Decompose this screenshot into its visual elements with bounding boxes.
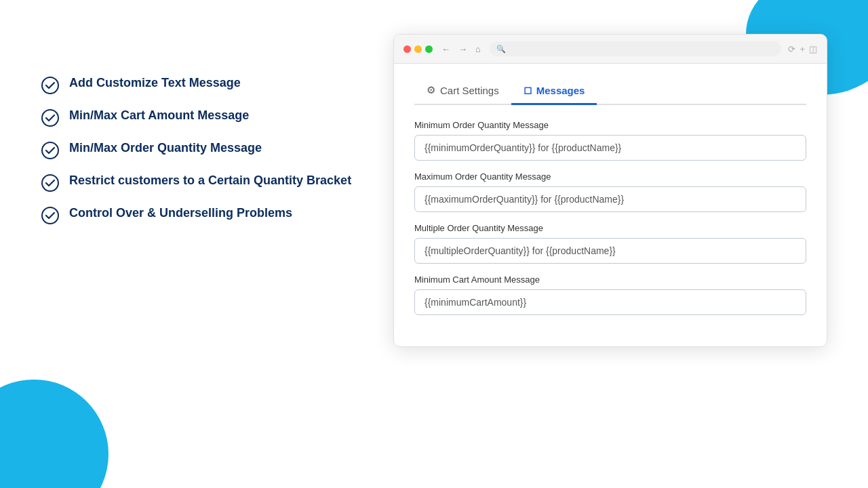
field-input-max-order-qty[interactable] <box>414 186 806 212</box>
home-icon[interactable]: ⌂ <box>473 43 483 56</box>
feature-label: Restrict customers to a Certain Quantity… <box>69 172 351 188</box>
tab-cart-settings[interactable]: ⚙ Cart Settings <box>414 77 511 105</box>
field-label-multiple-order-qty: Multiple Order Quantity Message <box>414 223 806 233</box>
browser-chrome: ← → ⌂ 🔍 ⟳ + ◫ <box>394 35 827 64</box>
svg-point-2 <box>42 142 58 159</box>
add-tab-icon[interactable]: + <box>800 44 805 54</box>
browser-address-bar[interactable]: 🔍 <box>490 41 782 56</box>
field-input-min-order-qty[interactable] <box>414 135 806 161</box>
back-icon[interactable]: ← <box>439 43 452 56</box>
field-input-min-cart-amount[interactable] <box>414 289 806 315</box>
dot-red[interactable] <box>403 45 411 53</box>
check-circle-icon <box>41 108 60 127</box>
refresh-icon[interactable]: ⟳ <box>788 44 795 54</box>
field-label-min-cart-amount: Minimum Cart Amount Message <box>414 274 806 285</box>
browser-body: ⚙ Cart Settings ◻ Messages Minimum Order… <box>394 64 827 346</box>
field-group-min-order-qty: Minimum Order Quantity Message <box>414 120 806 161</box>
check-circle-icon <box>41 76 60 95</box>
messages-icon: ◻ <box>524 84 532 96</box>
search-icon: 🔍 <box>496 45 506 54</box>
browser-dots <box>403 45 433 53</box>
svg-point-4 <box>42 207 58 224</box>
feature-item: Min/Max Order Quantity Message <box>41 140 353 160</box>
feature-list: Add Customize Text Message Min/Max Cart … <box>41 75 353 225</box>
dot-yellow[interactable] <box>414 45 422 53</box>
field-label-max-order-qty: Maximum Order Quantity Message <box>414 171 806 182</box>
tab-messages-label: Messages <box>536 85 585 96</box>
dot-green[interactable] <box>425 45 433 53</box>
field-input-multiple-order-qty[interactable] <box>414 238 806 264</box>
tab-messages[interactable]: ◻ Messages <box>511 77 597 105</box>
browser-actions: ⟳ + ◫ <box>788 44 817 54</box>
svg-point-1 <box>42 110 58 126</box>
forward-icon[interactable]: → <box>456 43 469 56</box>
feature-item: Add Customize Text Message <box>41 75 353 95</box>
feature-label: Add Customize Text Message <box>69 75 241 91</box>
feature-item: Restrict customers to a Certain Quantity… <box>41 172 353 192</box>
menu-icon[interactable]: ◫ <box>809 44 817 54</box>
right-panel: ← → ⌂ 🔍 ⟳ + ◫ ⚙ Car <box>393 34 827 347</box>
svg-point-3 <box>42 175 58 191</box>
left-panel: Add Customize Text Message Min/Max Cart … <box>41 34 353 225</box>
feature-label: Control Over & Underselling Problems <box>69 205 292 221</box>
browser-nav: ← → ⌂ <box>439 43 483 56</box>
tabs: ⚙ Cart Settings ◻ Messages <box>414 77 806 105</box>
svg-point-0 <box>42 77 58 94</box>
fields-container: Minimum Order Quantity MessageMaximum Or… <box>414 120 806 315</box>
field-group-max-order-qty: Maximum Order Quantity Message <box>414 171 806 212</box>
feature-label: Min/Max Order Quantity Message <box>69 140 262 156</box>
tab-cart-settings-label: Cart Settings <box>440 85 499 96</box>
field-group-multiple-order-qty: Multiple Order Quantity Message <box>414 223 806 264</box>
check-circle-icon <box>41 141 60 160</box>
check-circle-icon <box>41 174 60 192</box>
field-label-min-order-qty: Minimum Order Quantity Message <box>414 120 806 130</box>
browser-window: ← → ⌂ 🔍 ⟳ + ◫ ⚙ Car <box>393 34 827 347</box>
feature-item: Min/Max Cart Amount Message <box>41 107 353 127</box>
check-circle-icon <box>41 206 60 225</box>
field-group-min-cart-amount: Minimum Cart Amount Message <box>414 274 806 315</box>
feature-item: Control Over & Underselling Problems <box>41 205 353 225</box>
feature-label: Min/Max Cart Amount Message <box>69 107 249 123</box>
settings-icon: ⚙ <box>427 84 435 96</box>
